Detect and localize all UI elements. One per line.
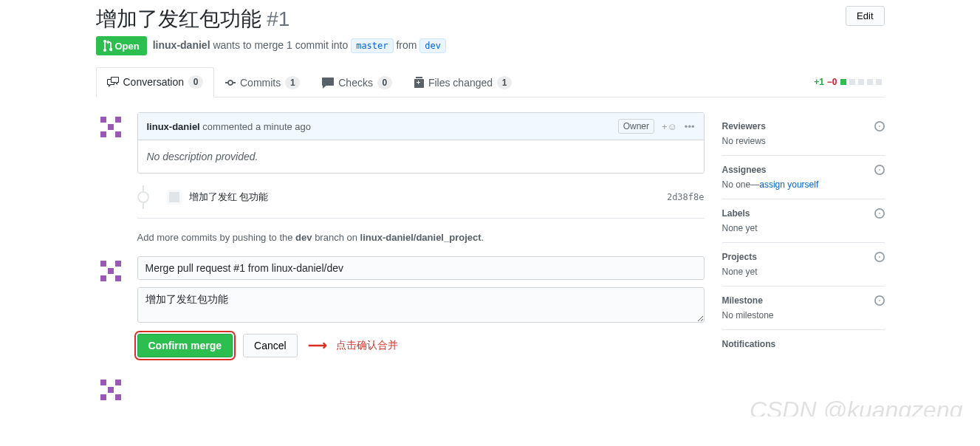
sidebar-labels: Labels None yet (722, 199, 885, 243)
state-open-badge: Open (96, 36, 147, 55)
push-hint: Add more commits by pushing to the dev b… (137, 232, 705, 243)
assign-yourself-link[interactable]: assign yourself (759, 179, 818, 190)
avatar-glyph-icon (96, 256, 126, 286)
pr-author[interactable]: linux-daniel (153, 39, 210, 51)
diff-icon (414, 77, 424, 89)
tab-files-changed[interactable]: Files changed 1 (403, 67, 523, 97)
git-commit-icon (225, 77, 236, 89)
kebab-icon[interactable]: ••• (685, 121, 695, 132)
merge-title-input[interactable] (137, 256, 705, 280)
commit-sha[interactable]: 2d38f8e (667, 192, 705, 202)
gear-icon[interactable] (874, 295, 885, 306)
commit-avatar[interactable] (167, 190, 182, 205)
avatar-glyph-icon (96, 375, 126, 405)
base-branch-pill[interactable]: master (351, 38, 393, 53)
pr-title-text: 增加了发红包功能 (96, 7, 261, 30)
pr-title: 增加了发红包功能 #1 (96, 6, 846, 32)
sidebar-milestone: Milestone No milestone (722, 287, 885, 330)
gear-icon[interactable] (874, 165, 885, 175)
comment-body: No description provided. (138, 140, 704, 173)
sidebar-reviewers: Reviewers No reviews (722, 112, 885, 156)
comment-timestamp: commented a minute ago (202, 121, 311, 132)
confirm-merge-button[interactable]: Confirm merge (137, 334, 233, 357)
comment-box: linux-daniel commented a minute ago Owne… (137, 112, 705, 174)
merge-description: linux-daniel wants to merge 1 commit int… (153, 38, 446, 53)
svg-rect-1 (169, 192, 179, 202)
merge-description-textarea[interactable] (137, 287, 705, 323)
edit-button[interactable]: Edit (846, 6, 884, 26)
cancel-button[interactable]: Cancel (243, 334, 298, 357)
pr-tabnav: Conversation 0 Commits 1 Checks 0 Files … (96, 67, 885, 97)
annotation-arrow-icon: ⟶ (308, 337, 326, 354)
diffstat[interactable]: +1 −0 (814, 67, 884, 97)
add-reaction-icon[interactable]: +☺ (662, 121, 677, 132)
sidebar-notifications: Notifications (722, 330, 885, 363)
files-count: 1 (497, 76, 512, 89)
deletions: −0 (827, 77, 837, 87)
head-branch-pill[interactable]: dev (419, 38, 446, 53)
gear-icon[interactable] (874, 252, 885, 262)
pr-number: #1 (267, 7, 289, 30)
comment-author[interactable]: linux-daniel (147, 121, 200, 132)
avatar[interactable] (96, 375, 126, 405)
identicon-icon (169, 192, 179, 202)
state-label: Open (115, 41, 140, 52)
avatar[interactable] (96, 112, 126, 142)
avatar-glyph-icon (96, 112, 126, 142)
additions: +1 (814, 77, 824, 87)
git-pull-request-icon (103, 40, 112, 52)
checklist-icon (322, 77, 334, 89)
avatar[interactable] (96, 256, 126, 286)
sidebar-assignees: Assignees No one—assign yourself (722, 156, 885, 199)
tab-checks[interactable]: Checks 0 (311, 67, 403, 97)
gear-icon[interactable] (874, 208, 885, 219)
owner-label: Owner (618, 119, 654, 134)
commit-row[interactable]: 增加了发红 包功能 2d38f8e (137, 185, 705, 209)
tab-commits[interactable]: Commits 1 (214, 67, 311, 97)
commit-message[interactable]: 增加了发红 包功能 (189, 191, 659, 204)
checks-count: 0 (377, 76, 392, 89)
comment-discussion-icon (107, 76, 119, 88)
conversation-count: 0 (188, 75, 203, 89)
git-commit-icon (137, 191, 149, 203)
sidebar-projects: Projects None yet (722, 243, 885, 287)
commits-count: 1 (285, 76, 300, 89)
tab-conversation[interactable]: Conversation 0 (96, 67, 215, 97)
gear-icon[interactable] (874, 121, 885, 131)
annotation-text: 点击确认合并 (336, 339, 398, 352)
